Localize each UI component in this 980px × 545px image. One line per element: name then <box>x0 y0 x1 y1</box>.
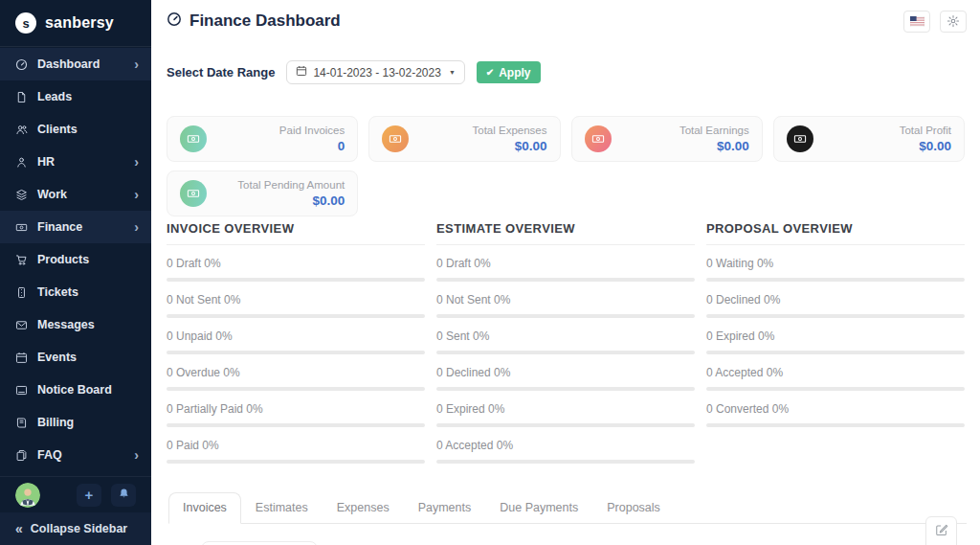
apply-button[interactable]: ✔ Apply <box>477 61 541 83</box>
overview-row: 0 Expired 0% <box>436 402 695 427</box>
sidebar-item-label: Leads <box>37 90 72 103</box>
progress-bar <box>436 460 695 464</box>
overview-row-label: 0 Waiting 0% <box>706 257 965 270</box>
banknote-icon <box>180 125 207 152</box>
overview-row-label: 0 Converted 0% <box>706 402 965 416</box>
stat-card-total-pending-amount[interactable]: Total Pending Amount$0.00 <box>167 170 358 216</box>
chevron-right-icon: › <box>134 448 139 462</box>
sidebar-footer: + <box>0 476 151 512</box>
speedometer-icon <box>15 58 28 71</box>
calendar-icon <box>15 352 28 364</box>
overview-row-label: 0 Expired 0% <box>436 402 695 416</box>
stat-card-label: Total Expenses <box>473 124 547 138</box>
overview-row: 0 Not Sent 0% <box>167 293 425 318</box>
user-avatar[interactable] <box>15 483 40 508</box>
gear-icon <box>947 14 960 28</box>
progress-bar <box>167 387 425 391</box>
tab-due-payments[interactable]: Due Payments <box>485 492 592 524</box>
edit-pencil-icon <box>935 523 948 540</box>
clients-icon <box>15 124 28 136</box>
overview-row-label: 0 Draft 0% <box>167 257 425 270</box>
stat-card-total-profit[interactable]: Total Profit$0.00 <box>773 116 965 162</box>
overview-row: 0 Partially Paid 0% <box>167 402 425 427</box>
table-length-select-partial[interactable] <box>201 541 318 545</box>
sidebar-item-clients[interactable]: Clients <box>0 113 151 146</box>
sidebar-nav: Dashboard›LeadsClientsHR›Work›Finance›Pr… <box>0 48 151 471</box>
sidebar-item-billing[interactable]: Billing <box>0 406 151 439</box>
sidebar-item-label: Finance <box>37 220 82 234</box>
sidebar-item-label: FAQ <box>37 448 62 462</box>
sidebar-item-dashboard[interactable]: Dashboard› <box>0 48 151 80</box>
sidebar-item-leads[interactable]: Leads <box>0 80 151 113</box>
stat-card-value: $0.00 <box>237 193 345 209</box>
stat-card-label: Total Profit <box>900 124 951 138</box>
banknote-icon <box>585 125 612 152</box>
sidebar-item-products[interactable]: Products <box>0 243 151 276</box>
date-range-input[interactable]: 14-01-2023 - 13-02-2023 ▼ <box>286 60 464 84</box>
board-icon <box>15 384 28 397</box>
edit-widgets-button[interactable] <box>925 516 957 545</box>
tab-payments[interactable]: Payments <box>404 492 486 524</box>
overview-row-label: 0 Declined 0% <box>436 366 695 379</box>
stat-card-label: Total Pending Amount <box>237 178 345 193</box>
chevron-right-icon: › <box>134 220 139 234</box>
overview-row-label: 0 Declined 0% <box>706 293 965 307</box>
tab-estimates[interactable]: Estimates <box>241 492 323 524</box>
sidebar-item-work[interactable]: Work› <box>0 178 151 211</box>
brand-logo[interactable]: s sanbersy <box>0 0 151 47</box>
overview-row-label: 0 Overdue 0% <box>167 366 425 379</box>
sidebar-item-messages[interactable]: Messages <box>0 308 151 341</box>
banknote-icon <box>15 221 28 234</box>
sidebar-item-faq[interactable]: FAQ› <box>0 439 151 471</box>
faq-icon <box>15 449 28 462</box>
stat-card-label: Paid Invoices <box>279 124 345 138</box>
tab-invoices[interactable]: Invoices <box>168 492 241 524</box>
sidebar-item-notice-board[interactable]: Notice Board <box>0 374 151 406</box>
progress-bar <box>706 351 965 354</box>
collapse-sidebar-button[interactable]: « Collapse Sidebar <box>0 512 151 545</box>
sidebar-item-hr[interactable]: HR› <box>0 146 151 178</box>
date-filter-row: Select Date Range 14-01-2023 - 13-02-202… <box>167 60 541 84</box>
language-flag-button[interactable] <box>903 11 930 33</box>
speedometer-icon <box>167 11 182 32</box>
sidebar-item-label: HR <box>37 155 55 169</box>
stat-card-value: $0.00 <box>900 138 951 154</box>
sidebar-item-label: Tickets <box>37 285 78 299</box>
quick-add-button[interactable]: + <box>77 484 101 507</box>
tab-expenses[interactable]: Expenses <box>323 492 404 524</box>
sidebar-item-tickets[interactable]: Tickets <box>0 276 151 308</box>
stat-card-value: $0.00 <box>473 138 547 154</box>
overview-row-label: 0 Sent 0% <box>436 329 695 343</box>
stat-card-total-expenses[interactable]: Total Expenses$0.00 <box>368 116 560 162</box>
stat-card-total-earnings[interactable]: Total Earnings$0.00 <box>571 116 763 162</box>
sidebar-item-label: Work <box>37 188 67 201</box>
notifications-button[interactable] <box>111 484 136 507</box>
stat-card-label: Total Earnings <box>679 124 749 138</box>
sidebar: s sanbersy Dashboard›LeadsClientsHR›Work… <box>0 0 151 545</box>
overview-row-label: 0 Not Sent 0% <box>436 293 695 307</box>
banknote-icon <box>180 180 207 207</box>
progress-bar <box>436 351 695 354</box>
progress-bar <box>436 423 695 427</box>
progress-bar <box>436 387 695 391</box>
progress-bar <box>167 278 425 282</box>
tab-proposals[interactable]: Proposals <box>592 492 675 524</box>
billing-icon <box>15 417 28 429</box>
overview-row: 0 Accepted 0% <box>706 366 965 391</box>
overview-title: PROPOSAL OVERVIEW <box>706 221 965 236</box>
sidebar-item-events[interactable]: Events <box>0 341 151 374</box>
banknote-icon <box>382 125 409 152</box>
date-range-label: Select Date Range <box>167 65 275 79</box>
stat-card-paid-invoices[interactable]: Paid Invoices0 <box>167 116 358 162</box>
progress-bar <box>167 460 425 464</box>
plus-icon: + <box>85 487 94 503</box>
collapse-icon: « <box>15 521 23 536</box>
divider <box>167 244 425 245</box>
overview-title: INVOICE OVERVIEW <box>167 221 425 236</box>
overview-row-label: 0 Unpaid 0% <box>167 329 425 343</box>
chevron-right-icon: › <box>134 155 139 169</box>
divider <box>436 244 695 245</box>
settings-button[interactable] <box>940 11 967 33</box>
sidebar-item-finance[interactable]: Finance› <box>0 211 151 243</box>
us-flag-icon <box>910 16 924 27</box>
